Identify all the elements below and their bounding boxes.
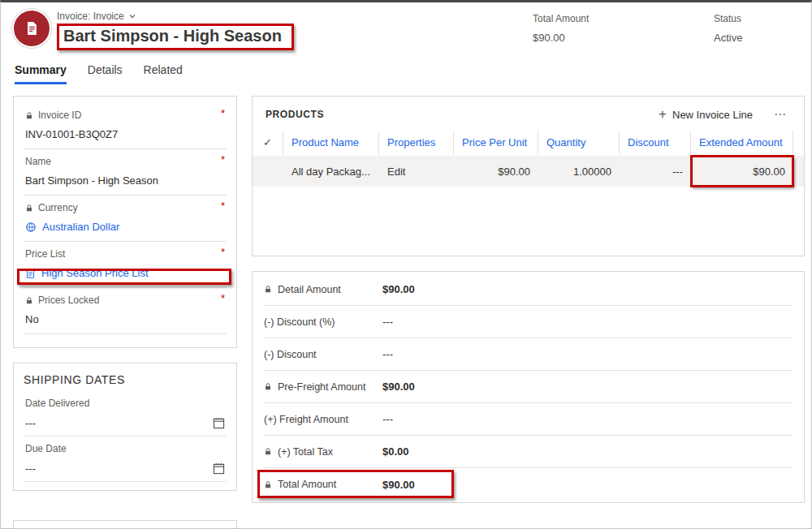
- lock-icon: [25, 296, 33, 305]
- chevron-down-icon: [128, 12, 136, 20]
- general-fields-card: Invoice ID * INV-01001-B3Q0Z7 Name * Bar…: [13, 96, 237, 348]
- col-product-name[interactable]: Product Name: [283, 131, 379, 154]
- col-discount[interactable]: Discount: [620, 131, 691, 154]
- field-label: Name: [25, 156, 51, 167]
- tab-summary[interactable]: Summary: [15, 63, 67, 84]
- field-label: Invoice ID: [38, 110, 81, 121]
- record-type-selector[interactable]: Invoice: Invoice: [57, 11, 294, 22]
- tab-details[interactable]: Details: [88, 63, 123, 84]
- total-row-label: (-) Discount (%): [264, 316, 335, 328]
- total-row-label: Pre-Freight Amount: [278, 381, 365, 393]
- due-date-value[interactable]: ---: [25, 462, 36, 475]
- record-header: Invoice: Invoice Bart Simpson - High Sea…: [1, 2, 811, 50]
- plus-icon: +: [659, 110, 667, 119]
- products-table-header: ✓ Product Name Properties Price Per Unit…: [253, 131, 804, 154]
- required-marker: *: [221, 202, 225, 210]
- row-select-cell[interactable]: [253, 156, 283, 187]
- header-total-amount-value: $90.00: [533, 32, 589, 44]
- invoice-form-page: Invoice: Invoice Bart Simpson - High Sea…: [1, 2, 811, 528]
- lock-icon: [264, 447, 272, 456]
- header-status-value: Active: [714, 32, 742, 44]
- price-list-icon: [25, 268, 36, 279]
- field-currency: Currency * Australian Dollar: [24, 196, 227, 242]
- calendar-icon[interactable]: [213, 417, 225, 429]
- required-marker: *: [221, 295, 225, 303]
- select-all-checkmark-icon[interactable]: ✓: [253, 131, 283, 154]
- lock-icon: [264, 285, 272, 294]
- lock-icon: [264, 480, 272, 489]
- total-row-pre-freight: Pre-Freight Amount $90.00: [264, 371, 793, 403]
- col-price-per-unit[interactable]: Price Per Unit: [454, 131, 538, 154]
- invoice-line-row[interactable]: All day Packag... Edit $90.00 1.00000 --…: [253, 156, 804, 187]
- cell-properties-edit[interactable]: Edit: [379, 156, 454, 187]
- total-row-value: $90.00: [382, 381, 415, 393]
- total-row-value: $0.00: [382, 445, 409, 458]
- cell-price-per-unit: $90.00: [454, 156, 538, 187]
- field-prices-locked: Prices Locked * No: [24, 288, 227, 334]
- field-price-list: Price List * High Season Price List: [24, 242, 227, 288]
- total-row-label: (-) Discount: [264, 349, 317, 360]
- totals-card: Detail Amount $90.00 (-) Discount (%) --…: [252, 271, 805, 503]
- total-row-discount-pct: (-) Discount (%) ---: [264, 306, 793, 338]
- page-title: Bart Simpson - High Season: [63, 27, 282, 45]
- field-name: Name * Bart Simpson - High Season: [24, 149, 227, 196]
- total-row-label: Detail Amount: [278, 284, 341, 295]
- products-card: PRODUCTS + New Invoice Line ⋯ ✓ Product …: [252, 96, 805, 256]
- invoice-id-value[interactable]: INV-01001-B3Q0Z7: [25, 128, 225, 140]
- right-column: PRODUCTS + New Invoice Line ⋯ ✓ Product …: [252, 96, 805, 503]
- total-row-value[interactable]: ---: [382, 348, 393, 360]
- title-annotation-box: Bart Simpson - High Season: [57, 24, 294, 50]
- currency-icon: [25, 221, 37, 233]
- total-row-freight: (+) Freight Amount ---: [264, 403, 793, 436]
- tab-related[interactable]: Related: [144, 63, 183, 84]
- form-body: Invoice ID * INV-01001-B3Q0Z7 Name * Bar…: [1, 84, 811, 529]
- invoice-document-glyph: [24, 20, 40, 37]
- currency-value: Australian Dollar: [42, 221, 119, 233]
- field-label: Due Date: [25, 443, 225, 454]
- field-due-date: Due Date ---: [24, 437, 227, 482]
- left-column: Invoice ID * INV-01001-B3Q0Z7 Name * Bar…: [13, 96, 237, 529]
- invoice-record-icon: [14, 11, 50, 46]
- name-value[interactable]: Bart Simpson - High Season: [25, 174, 225, 187]
- price-list-value: High Season Price List: [41, 267, 149, 279]
- shipping-information-title: SHIPPING INFORMATION: [24, 526, 227, 529]
- currency-lookup-link[interactable]: Australian Dollar: [25, 221, 225, 233]
- header-status-label: Status: [714, 13, 742, 24]
- total-row-label: Total Amount: [278, 479, 336, 490]
- cell-product-name[interactable]: All day Packag...: [283, 156, 379, 187]
- field-label: Currency: [38, 202, 78, 213]
- record-type-label: Invoice: Invoice: [57, 11, 124, 22]
- field-label: Price List: [25, 248, 65, 260]
- lock-icon: [264, 382, 272, 391]
- shipping-information-card: SHIPPING INFORMATION: [13, 520, 237, 529]
- lock-icon: [25, 204, 33, 213]
- date-delivered-value[interactable]: ---: [25, 417, 36, 429]
- total-row-value: $90.00: [382, 283, 415, 295]
- lock-icon: [25, 111, 33, 120]
- price-list-lookup-link[interactable]: High Season Price List: [25, 267, 225, 279]
- field-label: Prices Locked: [38, 295, 99, 306]
- new-invoice-line-button[interactable]: + New Invoice Line: [659, 109, 753, 121]
- prices-locked-value[interactable]: No: [25, 313, 225, 325]
- total-row-value[interactable]: ---: [382, 316, 393, 328]
- required-marker: *: [221, 110, 225, 118]
- cell-quantity: 1.00000: [538, 156, 620, 187]
- more-options-icon[interactable]: ⋯: [774, 107, 786, 122]
- col-quantity[interactable]: Quantity: [538, 131, 620, 154]
- shipping-dates-card: SHIPPING DATES Date Delivered --- Due Da…: [13, 363, 237, 491]
- total-row-value: $90.00: [382, 479, 415, 491]
- required-marker: *: [221, 248, 225, 256]
- new-invoice-line-label: New Invoice Line: [672, 109, 753, 121]
- calendar-icon[interactable]: [213, 462, 225, 475]
- total-row-value[interactable]: ---: [382, 413, 393, 425]
- products-header-bar: PRODUCTS + New Invoice Line ⋯: [253, 97, 804, 131]
- cell-discount: ---: [620, 156, 691, 187]
- field-label: Date Delivered: [25, 398, 225, 409]
- total-row-total-tax: (+) Total Tax $0.00: [264, 436, 793, 468]
- col-properties[interactable]: Properties: [379, 131, 454, 154]
- shipping-dates-title: SHIPPING DATES: [24, 373, 227, 386]
- total-row-label: (+) Total Tax: [278, 446, 333, 458]
- col-extended-amount[interactable]: Extended Amount: [691, 131, 793, 154]
- field-invoice-id: Invoice ID * INV-01001-B3Q0Z7: [24, 103, 227, 149]
- header-total-amount-label: Total Amount: [533, 13, 589, 24]
